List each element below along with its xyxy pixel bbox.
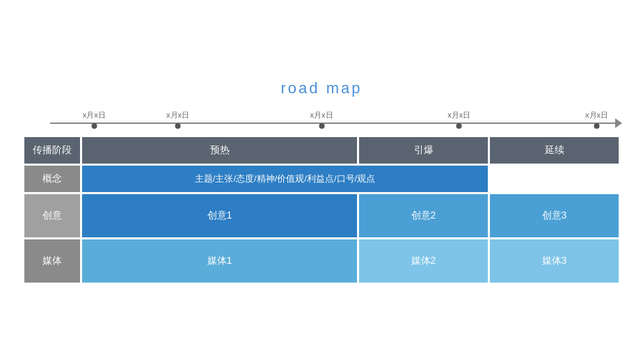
media-3: 媒体3	[490, 239, 619, 283]
dot-3	[319, 123, 324, 129]
dot-4	[457, 123, 462, 129]
media-1: 媒体1	[82, 239, 357, 283]
creative-1: 创意1	[82, 194, 357, 237]
timeline-point-4: x月x日	[447, 110, 470, 129]
stage-ignite: 引爆	[359, 137, 488, 164]
media-2: 媒体2	[359, 239, 488, 283]
media-header: 媒体	[24, 239, 80, 283]
concept-header: 概念	[24, 166, 80, 192]
dot-5	[594, 123, 600, 129]
timeline: x月x日 x月x日 x月x日 x月x日 x月x日	[22, 110, 621, 135]
page-title: road map	[281, 79, 363, 97]
stage-header: 传播阶段	[24, 137, 80, 164]
concept-content: 主题/主张/态度/精神/价值观/利益点/口号/观点	[82, 166, 488, 192]
timeline-line	[50, 122, 621, 124]
table-row-creative: 创意 创意1 创意2 创意3	[24, 194, 619, 237]
timeline-point-5: x月x日	[585, 110, 608, 129]
table-row-stage: 传播阶段 预热 引爆 延续	[24, 137, 619, 164]
roadmap-table: 传播阶段 预热 引爆 延续 概念 主题/主张/态度/精神/价值观/利益点/口号/…	[22, 135, 621, 285]
creative-3: 创意3	[490, 194, 619, 237]
table-row-media: 媒体 媒体1 媒体2 媒体3	[24, 239, 619, 283]
timeline-point-1: x月x日	[83, 110, 106, 129]
timeline-point-2: x月x日	[166, 110, 189, 129]
dot-2	[175, 123, 181, 129]
main-container: road map x月x日 x月x日 x月x日 x月x日 x月x日	[22, 79, 621, 285]
timeline-arrow	[615, 118, 622, 128]
dot-1	[91, 123, 97, 129]
stage-preheat: 预热	[82, 137, 357, 164]
stage-continue: 延续	[490, 137, 619, 164]
table-row-concept: 概念 主题/主张/态度/精神/价值观/利益点/口号/观点	[24, 166, 619, 192]
timeline-point-3: x月x日	[310, 110, 333, 129]
creative-header: 创意	[24, 194, 80, 237]
creative-2: 创意2	[359, 194, 488, 237]
